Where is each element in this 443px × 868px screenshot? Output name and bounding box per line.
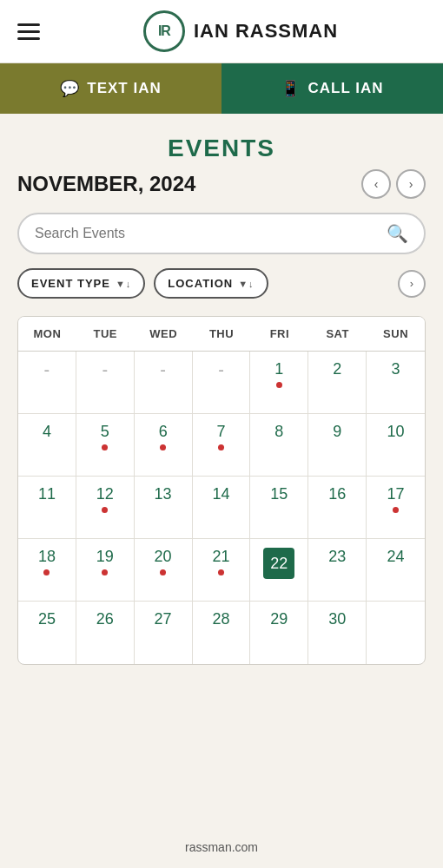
cal-cell[interactable]: 20 xyxy=(135,539,193,602)
cal-cell[interactable]: 28 xyxy=(193,602,251,664)
cal-day-number: 24 xyxy=(387,548,405,566)
cal-cell[interactable]: 5 xyxy=(76,414,135,477)
footer: rassman.com xyxy=(0,826,443,868)
cal-cell: - xyxy=(193,352,251,414)
cal-day-number: - xyxy=(102,360,108,380)
hamburger-button[interactable] xyxy=(14,12,52,50)
cal-cell[interactable]: 23 xyxy=(308,539,367,602)
event-dot xyxy=(218,444,224,450)
cal-cell[interactable]: 15 xyxy=(250,477,308,539)
text-ian-label: TEXT IAN xyxy=(87,80,161,97)
cal-header-sat: SAT xyxy=(308,317,367,351)
call-ian-label: CALL IAN xyxy=(307,80,383,97)
cal-cell[interactable]: 2 xyxy=(308,352,367,414)
nav-arrows: ‹ › xyxy=(361,169,426,199)
chat-icon: 💬 xyxy=(60,79,80,98)
cal-cell: - xyxy=(18,352,76,414)
hamburger-line xyxy=(17,37,40,40)
cal-header-mon: MON xyxy=(18,317,76,351)
cal-day-number: 7 xyxy=(216,423,225,441)
hamburger-line xyxy=(17,30,40,33)
cal-day-number: 4 xyxy=(43,423,51,441)
cal-cell[interactable]: 27 xyxy=(135,602,193,664)
event-dot xyxy=(102,444,108,450)
cal-day-number: 19 xyxy=(96,548,114,566)
search-icon: 🔍 xyxy=(387,223,408,244)
text-ian-button[interactable]: 💬 TEXT IAN xyxy=(0,63,222,114)
cal-header-thu: THU xyxy=(193,317,251,351)
cal-cell: - xyxy=(135,352,193,414)
cal-cell[interactable]: 16 xyxy=(308,477,367,539)
cal-cell[interactable]: 25 xyxy=(18,602,76,664)
cal-day-number: 18 xyxy=(38,548,56,566)
cta-bar: 💬 TEXT IAN 📱 CALL IAN xyxy=(0,63,443,114)
cal-cell: - xyxy=(76,352,135,414)
main-content: EVENTS NOVEMBER, 2024 ‹ › 🔍 EVENT TYPE ▼… xyxy=(0,114,443,679)
cal-cell[interactable]: 11 xyxy=(18,477,76,539)
logo-area: IR IAN RASSMAN xyxy=(143,10,338,52)
cal-cell[interactable]: 7 xyxy=(193,414,251,477)
cal-day-number: 17 xyxy=(387,485,405,503)
cal-cell[interactable]: 18 xyxy=(18,539,76,602)
cal-day-number: 21 xyxy=(212,548,229,566)
cal-day-number: 13 xyxy=(155,485,172,503)
cal-day-number: 10 xyxy=(387,423,405,441)
cal-day-number: 2 xyxy=(333,360,341,378)
event-dot xyxy=(102,507,108,513)
cal-day-number: 6 xyxy=(159,423,168,441)
cal-cell[interactable]: 6 xyxy=(135,414,193,477)
cal-day-number: 3 xyxy=(392,360,400,378)
cal-cell[interactable]: 21 xyxy=(193,539,251,602)
cal-day-number: - xyxy=(160,360,166,380)
search-input[interactable] xyxy=(35,226,387,241)
phone-icon: 📱 xyxy=(281,79,301,98)
footer-text: rassman.com xyxy=(185,840,258,854)
cal-day-number: 15 xyxy=(270,485,288,503)
cal-cell[interactable]: 3 xyxy=(367,352,425,414)
cal-cell xyxy=(367,602,425,664)
calendar-body: ----123456789101112131415161718192021222… xyxy=(18,352,425,664)
month-label: NOVEMBER, 2024 xyxy=(17,172,195,196)
next-month-button[interactable]: › xyxy=(396,169,426,199)
brand-name: IAN RASSMAN xyxy=(194,20,338,43)
cal-cell[interactable]: 26 xyxy=(76,602,135,664)
cal-day-number: 16 xyxy=(328,485,346,503)
cal-cell[interactable]: 9 xyxy=(308,414,367,477)
location-dropdown-icon: ▼↓ xyxy=(238,279,254,289)
cal-day-number: 27 xyxy=(155,610,172,628)
cal-cell[interactable]: 24 xyxy=(367,539,425,602)
cal-cell[interactable]: 13 xyxy=(135,477,193,539)
event-dot xyxy=(218,569,224,575)
cal-day-number: 22 xyxy=(263,548,294,579)
event-dot xyxy=(160,569,166,575)
cal-day-number: - xyxy=(44,360,50,380)
cal-cell[interactable]: 30 xyxy=(308,602,367,664)
filters: EVENT TYPE ▼↓ LOCATION ▼↓ › xyxy=(17,268,426,299)
call-ian-button[interactable]: 📱 CALL IAN xyxy=(222,63,443,114)
cal-day-number: 30 xyxy=(328,610,346,628)
cal-cell[interactable]: 10 xyxy=(367,414,425,477)
search-bar: 🔍 xyxy=(17,213,426,254)
cal-header-wed: WED xyxy=(135,317,193,351)
logo-circle: IR xyxy=(143,10,185,52)
location-label: LOCATION xyxy=(168,277,233,290)
cal-cell[interactable]: 1 xyxy=(250,352,308,414)
cal-cell[interactable]: 8 xyxy=(250,414,308,477)
event-type-dropdown-icon: ▼↓ xyxy=(116,279,131,289)
filters-next-button[interactable]: › xyxy=(398,270,426,298)
cal-header-tue: TUE xyxy=(76,317,135,351)
event-type-filter[interactable]: EVENT TYPE ▼↓ xyxy=(17,268,145,299)
prev-month-button[interactable]: ‹ xyxy=(361,169,391,199)
cal-cell[interactable]: 17 xyxy=(367,477,425,539)
location-filter[interactable]: LOCATION ▼↓ xyxy=(154,268,268,299)
calendar-header: MONTUEWEDTHUFRISATSUN xyxy=(18,317,425,352)
cal-cell[interactable]: 12 xyxy=(76,477,135,539)
cal-cell[interactable]: 4 xyxy=(18,414,76,477)
cal-cell[interactable]: 14 xyxy=(193,477,251,539)
cal-cell[interactable]: 29 xyxy=(250,602,308,664)
cal-day-number: 28 xyxy=(212,610,229,628)
cal-day-number: 20 xyxy=(155,548,172,566)
event-dot xyxy=(102,569,108,575)
cal-cell[interactable]: 22 xyxy=(250,539,308,602)
cal-cell[interactable]: 19 xyxy=(76,539,135,602)
